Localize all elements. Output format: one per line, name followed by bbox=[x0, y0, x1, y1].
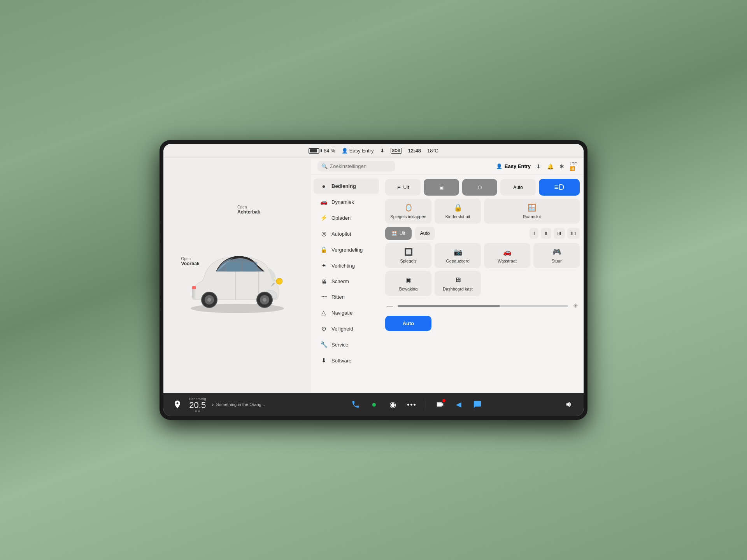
nav-item-dynamiek[interactable]: 🚗 Dynamiek bbox=[314, 194, 379, 210]
controls-panel: ☀ Uit ▣ ⬡ Auto bbox=[381, 175, 584, 393]
wiper-off-btn[interactable]: 🪟 Uit bbox=[385, 227, 412, 240]
taskbar-divider bbox=[426, 399, 426, 410]
auto-btn[interactable]: Auto bbox=[385, 316, 431, 331]
user-icon: 👤 bbox=[496, 163, 502, 169]
main-content: Open Voorbak Open Achterbak bbox=[163, 158, 584, 393]
nav-item-scherm[interactable]: 🖥 Scherm bbox=[314, 274, 379, 289]
nav-item-ritten[interactable]: 〰 Ritten bbox=[314, 289, 379, 304]
download-status: ⬇ bbox=[380, 148, 384, 154]
search-box[interactable]: 🔍 bbox=[317, 161, 395, 172]
brightness-slider[interactable] bbox=[398, 305, 568, 307]
high-beam-btn[interactable]: ≡D bbox=[539, 179, 580, 196]
taskbar-right bbox=[545, 398, 576, 411]
ritten-icon: 〰 bbox=[320, 294, 328, 300]
paused-icon: 📷 bbox=[454, 248, 462, 256]
service-icon: 🔧 bbox=[320, 341, 328, 348]
nav-item-opladen[interactable]: ⚡ Opladen bbox=[314, 210, 379, 226]
messages-icon[interactable] bbox=[471, 398, 484, 411]
topbar-right: 👤 Easy Entry ⬇ 🔔 ✱ LTE📶 bbox=[496, 163, 577, 170]
brightness-max-icon: ☀ bbox=[573, 302, 578, 310]
tesla-screen-frame: 84 % 👤 Easy Entry ⬇ SOS 12:48 18°C bbox=[160, 140, 587, 420]
phone-icon[interactable] bbox=[349, 398, 362, 411]
settings-body: ● Bediening 🚗 Dynamiek ⚡ Opladen ◎ bbox=[311, 175, 584, 393]
battery-pct: 84 % bbox=[324, 148, 335, 154]
back-icon[interactable]: ◀ bbox=[452, 398, 465, 411]
steering-btn[interactable]: 🎮 Stuur bbox=[533, 243, 580, 268]
wiper-speed-2[interactable]: II bbox=[541, 228, 551, 239]
time-display: 12:48 bbox=[408, 148, 421, 154]
wiper-speed-1[interactable]: I bbox=[530, 228, 538, 239]
wiper-speed-4[interactable]: IIII bbox=[567, 228, 580, 239]
car-image: ⚡ 🔓 bbox=[175, 233, 300, 318]
wiper-speed-3[interactable]: III bbox=[554, 228, 565, 239]
camera-icon[interactable] bbox=[434, 398, 446, 411]
opladen-icon: ⚡ bbox=[320, 214, 328, 221]
wiper-auto-btn[interactable]: Auto bbox=[415, 227, 435, 240]
nav-item-service[interactable]: 🔧 Service bbox=[314, 337, 379, 352]
carwash-icon: 🚗 bbox=[503, 248, 512, 256]
bluetooth-icon[interactable]: ✱ bbox=[558, 163, 566, 170]
child-lock-btn[interactable]: 🔒 Kinderslot uit bbox=[435, 199, 481, 224]
bediening-icon: ● bbox=[320, 183, 328, 189]
headlight-mode1-btn[interactable]: ▣ bbox=[424, 179, 459, 196]
car-nav-icon[interactable] bbox=[171, 398, 184, 411]
radio-icon[interactable]: ◉ bbox=[387, 398, 399, 411]
nav-item-veiligheid[interactable]: ⊙ Veiligheid bbox=[314, 321, 379, 336]
headlight-off-btn[interactable]: ☀ Uit bbox=[385, 179, 421, 196]
music-note-icon: ♪ bbox=[212, 402, 214, 407]
mirrors-btn[interactable]: 🔲 Spiegels bbox=[385, 243, 431, 268]
mirror-fold-icon: 🪞 bbox=[404, 203, 413, 212]
dashboard-icon: 🖥 bbox=[454, 276, 461, 284]
paused-btn[interactable]: 📷 Gepauzeerd bbox=[435, 243, 481, 268]
profile-icon: 👤 bbox=[342, 148, 348, 154]
profile-name: Easy Entry bbox=[349, 148, 374, 154]
topbar-user: 👤 Easy Entry bbox=[496, 163, 531, 169]
nav-item-software[interactable]: ⬇ Software bbox=[314, 353, 379, 368]
scherm-icon: 🖥 bbox=[320, 278, 328, 285]
signal-icon: LTE📶 bbox=[570, 163, 577, 170]
search-icon: 🔍 bbox=[321, 163, 328, 169]
volume-icon[interactable] bbox=[563, 398, 576, 411]
temp-dots bbox=[189, 410, 206, 412]
svg-rect-2 bbox=[242, 262, 257, 271]
carwash-btn[interactable]: 🚗 Wasstraat bbox=[484, 243, 530, 268]
child-lock-icon: 🔒 bbox=[454, 203, 462, 212]
clock: 12:48 bbox=[408, 148, 421, 154]
nav-item-verlichting[interactable]: ✦ Verlichting bbox=[314, 258, 379, 273]
screen-inner: 84 % 👤 Easy Entry ⬇ SOS 12:48 18°C bbox=[163, 144, 584, 416]
headlight-mode2-btn[interactable]: ⬡ bbox=[462, 179, 498, 196]
brightness-sun-icon: — bbox=[387, 303, 393, 310]
music-info: ♪ Something in the Orang... bbox=[212, 402, 265, 407]
vergrendeling-icon: 🔒 bbox=[320, 246, 328, 253]
headlight-row: ☀ Uit ▣ ⬡ Auto bbox=[385, 179, 580, 196]
search-input[interactable] bbox=[330, 163, 391, 169]
fold-mirrors-btn[interactable]: 🪞 Spiegels inklappen bbox=[385, 199, 431, 224]
status-bar: 84 % 👤 Easy Entry ⬇ SOS 12:48 18°C bbox=[163, 144, 584, 158]
high-beam-icon: ≡D bbox=[554, 183, 564, 192]
window-lock-btn[interactable]: 🪟 Raamslot bbox=[484, 199, 580, 224]
svg-rect-5 bbox=[192, 286, 196, 289]
wiper-row: 🪟 Uit Auto I II III IIII bbox=[385, 227, 580, 240]
taskbar-left: Handmatig 20.5 ♪ Something in the Orang.… bbox=[171, 397, 288, 412]
headlight-auto-btn[interactable]: Auto bbox=[500, 179, 536, 196]
temperature-display: 18°C bbox=[427, 148, 438, 154]
veiligheid-icon: ⊙ bbox=[320, 325, 328, 332]
spotify-icon[interactable]: ● bbox=[368, 398, 381, 411]
dashboard-btn[interactable]: 🖥 Dashboard kast bbox=[435, 271, 481, 296]
notification-icon[interactable]: 🔔 bbox=[546, 163, 554, 170]
svg-text:⚡: ⚡ bbox=[277, 279, 282, 284]
settings-topbar: 🔍 👤 Easy Entry ⬇ 🔔 ✱ LTE📶 bbox=[311, 158, 584, 175]
download-icon[interactable]: ⬇ bbox=[535, 163, 542, 170]
wiper-icon: 🪟 bbox=[391, 231, 397, 236]
nav-item-vergrendeling[interactable]: 🔒 Vergrendeling bbox=[314, 242, 379, 257]
nav-item-navigatie[interactable]: △ Navigatie bbox=[314, 305, 379, 320]
temperature: 18°C bbox=[427, 148, 438, 154]
svg-rect-1 bbox=[226, 262, 241, 271]
surveillance-btn[interactable]: ◉ Bewaking bbox=[385, 271, 431, 296]
nav-item-autopilot[interactable]: ◎ Autopilot bbox=[314, 226, 379, 242]
music-label: Something in the Orang... bbox=[216, 402, 265, 407]
battery-icon bbox=[309, 148, 322, 154]
more-icon[interactable] bbox=[405, 398, 418, 411]
nav-item-bediening[interactable]: ● Bediening bbox=[314, 178, 379, 194]
taskbar: Handmatig 20.5 ♪ Something in the Orang.… bbox=[163, 393, 584, 416]
